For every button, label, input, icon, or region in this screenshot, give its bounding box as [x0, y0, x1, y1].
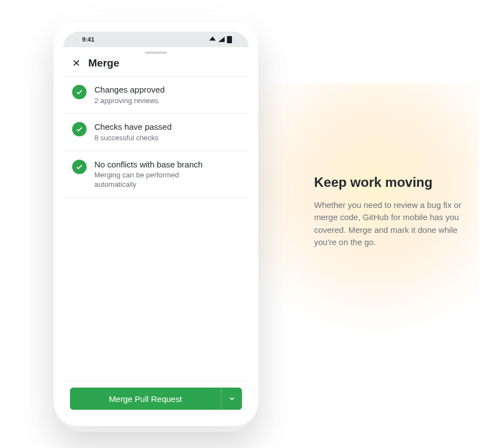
- check-subtitle: 2 approving reviews: [94, 96, 165, 106]
- marketing-headline: Keep work moving: [314, 175, 481, 190]
- check-subtitle: 8 successful checks: [94, 134, 171, 143]
- check-subtitle: Merging can be performed automatically: [94, 171, 205, 190]
- status-indicators: [209, 35, 232, 43]
- sheet-header: ✕ Merge: [63, 47, 249, 77]
- phone-screen: 9:41 ✕ Merge Changes appro: [63, 32, 249, 416]
- check-icon: [72, 85, 87, 99]
- close-icon[interactable]: ✕: [72, 58, 80, 68]
- list-item: Checks have passed 8 successful checks: [63, 114, 249, 151]
- merge-options-button[interactable]: [221, 388, 242, 410]
- drag-handle-icon[interactable]: [145, 52, 167, 54]
- sheet-footer: Merge Pull Request: [63, 380, 249, 416]
- wifi-icon: [209, 35, 216, 43]
- list-item: No conflicts with base branch Merging ca…: [63, 151, 249, 198]
- merge-button[interactable]: Merge Pull Request: [70, 388, 221, 410]
- marketing-body: Whether you need to review a bug fix or …: [314, 199, 481, 249]
- list-item: Changes approved 2 approving reviews: [63, 77, 249, 114]
- check-title: No conflicts with base branch: [94, 159, 205, 170]
- merge-checks-list: Changes approved 2 approving reviews Che…: [63, 77, 249, 380]
- chevron-down-icon: [228, 395, 236, 403]
- check-title: Changes approved: [94, 84, 165, 95]
- phone-mockup: 9:41 ✕ Merge Changes appro: [53, 22, 259, 426]
- check-icon: [72, 160, 87, 174]
- status-bar: 9:41: [63, 32, 249, 47]
- cell-icon: [218, 35, 225, 43]
- check-icon: [72, 122, 87, 136]
- marketing-copy: Keep work moving Whether you need to rev…: [314, 175, 481, 249]
- status-time: 9:41: [82, 36, 94, 43]
- battery-icon: [227, 36, 232, 43]
- check-title: Checks have passed: [94, 121, 171, 133]
- sheet-title: Merge: [88, 57, 119, 69]
